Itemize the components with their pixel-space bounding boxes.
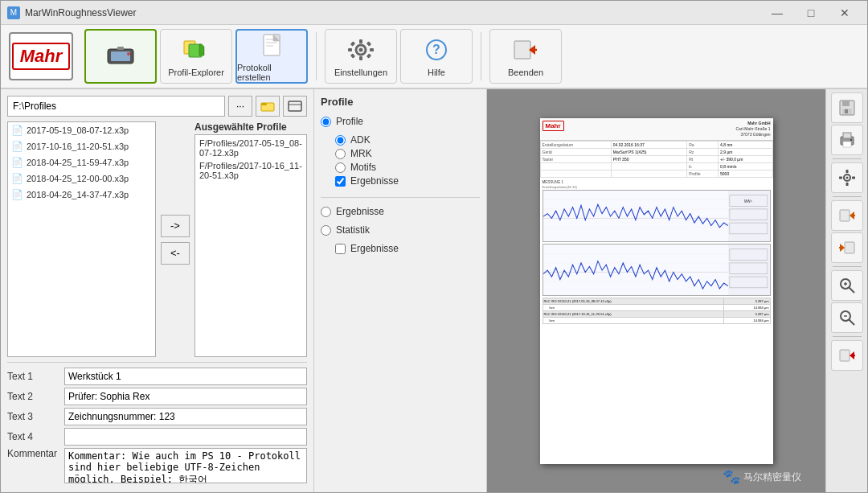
svg-rect-59 [843,142,851,147]
file-item[interactable]: 📄 2018-04-25_11-59-47.x3p [8,154,155,170]
adk-radio[interactable] [335,135,346,146]
preview-logo: Mahr [542,121,564,131]
svg-rect-56 [845,109,848,113]
text2-label: Text 2 [7,391,59,402]
svg-rect-65 [839,177,842,179]
zoom-in-button[interactable] [831,270,863,301]
preview-chart-area: MESSUNG 1 Erstellungsdatum(Nr 12) RLC IS… [540,178,773,327]
file-item[interactable]: 📄 2017-05-19_08-07-12.x3p [8,122,155,138]
path-input[interactable] [7,96,225,117]
file-name: 2017-10-16_11-20-51.x3p [27,142,129,151]
app-icon: M [7,6,20,19]
svg-rect-3 [117,47,124,50]
profile-sub-options: ADK MRK Motifs Ergebnisse [321,134,480,189]
right-toolbar-separator4 [833,336,862,337]
title-bar-left: M MarWinRoughnessViewer [7,6,137,19]
motifs-radio[interactable] [335,162,346,173]
remove-from-selected-button[interactable]: <- [161,242,190,265]
profile-radio: Profile [321,116,480,127]
svg-point-2 [127,52,130,55]
svg-rect-80 [840,350,850,361]
ergebnisse-checkbox-row: Ergebnisse [335,175,480,187]
kommentar-input[interactable]: Kommentar: Wie auch im PS 10 - Protokoll… [64,448,307,483]
window-title: MarWinRoughnessViewer [25,7,137,18]
file-list-panel[interactable]: 📄 2017-05-19_08-07-12.x3p 📄 2017-10-16_1… [7,121,156,357]
profil-explorer-label: Profil-Explorer [168,68,224,77]
ergebnisse-radio[interactable] [321,207,331,217]
right-toolbar-separator2 [833,196,862,197]
svg-rect-25 [514,41,530,59]
folder-icon-button[interactable] [256,96,280,117]
mrk-row: MRK [335,148,480,159]
profil-explorer-icon [182,35,211,64]
view-icon-button[interactable] [283,96,307,117]
add-to-selected-button[interactable]: -> [161,215,190,237]
svg-rect-67 [840,210,850,221]
statistik-row: Statistik [321,224,480,236]
ergebnisse-checkbox2[interactable] [335,244,346,254]
title-bar: M MarWinRoughnessViewer — □ ✕ [1,1,867,25]
protokoll-icon [257,31,286,60]
right-toolbar-separator3 [833,266,862,267]
svg-rect-64 [845,183,848,186]
preview-panel: Mahr Mahr GmbH Carl-Mahr-Straße 1 37073 … [487,89,825,492]
chart2: RLC ISO 10110-21 ELNVIET (Profile:/mc/2.… [542,244,771,296]
ergebnisse-checkbox1[interactable] [335,176,346,187]
svg-text:MW>: MW> [743,199,751,203]
save-button[interactable] [831,92,863,123]
toolbar-einstellungen-button[interactable]: Einstellungen [325,29,397,84]
toolbar-separator-1 [316,32,317,80]
mrk-radio[interactable] [335,149,346,159]
svg-point-60 [850,139,852,141]
svg-point-14 [359,48,363,52]
toolbar-hilfe-button[interactable]: ? Hilfe [400,29,473,84]
svg-rect-45 [727,244,769,295]
text3-label: Text 3 [7,411,59,422]
ergebnisse-radio-label: Ergebnisse [336,206,384,217]
profile-radio-input[interactable] [321,117,331,127]
toolbar-profil-explorer-button[interactable]: Profil-Explorer [160,29,232,84]
text2-input[interactable] [64,388,307,405]
close-button[interactable]: ✕ [829,4,861,22]
section-title: Profile [321,96,480,108]
mrk-label: MRK [350,148,372,159]
hilfe-icon: ? [422,35,451,64]
print-button[interactable] [831,125,863,155]
values-table: RLC ISO 10110-21 (2017-05-19_08-07-12.x3… [542,298,771,324]
text1-input[interactable] [64,368,307,385]
text4-row: Text 4 [7,428,307,446]
ergebnisse-checkbox-row2: Ergebnisse [335,243,480,254]
preview-table: Erstellungsdatum 04.02.2016 16:37 Ra 4,8… [540,141,773,178]
text4-input[interactable] [64,428,307,446]
hilfe-label: Hilfe [428,68,445,77]
einstellungen-icon [346,35,375,64]
title-controls: — □ ✕ [761,4,861,22]
preview-header: Mahr Mahr GmbH Carl-Mahr-Straße 1 37073 … [540,118,773,141]
arrow-buttons: -> <- [161,121,190,357]
minimize-button[interactable]: — [761,4,793,22]
settings-button[interactable] [831,162,863,193]
toolbar-scan-button[interactable] [84,29,157,84]
text3-input[interactable] [64,408,307,425]
prev-button[interactable] [831,232,863,263]
adk-label: ADK [350,134,371,146]
exit-red-button[interactable] [831,340,863,371]
next-button[interactable] [831,200,863,231]
statistik-radio[interactable] [321,225,331,236]
svg-rect-15 [359,39,362,43]
zoom-out-button[interactable] [831,302,863,333]
svg-rect-34 [727,191,769,241]
toolbar-beenden-button[interactable]: Beenden [489,29,562,84]
browse-button[interactable]: ··· [228,96,252,117]
einstellungen-label: Einstellungen [334,68,387,77]
beenden-icon [511,35,540,64]
file-item[interactable]: 📄 2018-04-26_14-37-47.x3p [8,187,155,203]
middle-panel: Profile Profile ADK MRK Motifs [314,89,487,492]
maximize-button[interactable]: □ [795,4,827,22]
file-item[interactable]: 📄 2017-10-16_11-20-51.x3p [8,138,155,154]
motifs-row: Motifs [335,162,480,173]
toolbar-protokoll-button[interactable]: Protokoll erstellen [235,29,308,84]
file-icon: 📄 [11,173,23,184]
selected-panel[interactable]: F/Profiles/2017-05-19_08-07-12.x3p F/Pro… [194,134,307,357]
file-item[interactable]: 📄 2018-04-25_12-00-00.x3p [8,170,155,187]
